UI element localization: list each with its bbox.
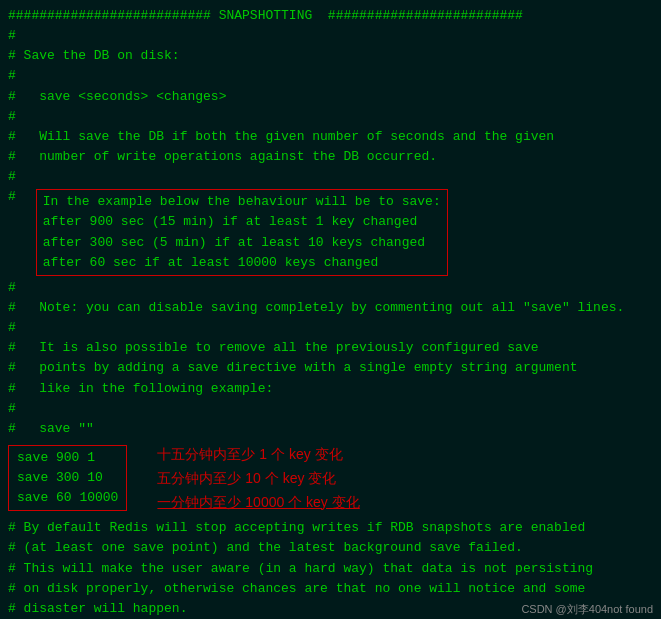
- highlight-block: In the example below the behaviour will …: [36, 189, 448, 276]
- watermark: CSDN @刘李404not found: [521, 602, 653, 617]
- highlight-line-2: after 900 sec (15 min) if at least 1 key…: [43, 212, 441, 232]
- line-save-db: # Save the DB on disk:: [8, 46, 653, 66]
- line-hash-1: #: [8, 26, 653, 46]
- footer-line-2: # (at least one save point) and the late…: [8, 538, 653, 558]
- save-commands-section: save 900 1 save 300 10 save 60 10000 十五分…: [8, 443, 653, 514]
- line-points: # points by adding a save directive with…: [8, 358, 653, 378]
- main-content: ########################## SNAPSHOTTING …: [0, 0, 661, 619]
- comment-section-2: # # Note: you can disable saving complet…: [8, 278, 653, 439]
- comment-section: # # Save the DB on disk: # # save <secon…: [8, 26, 653, 187]
- line-hash-2: #: [8, 66, 653, 86]
- chinese-note-2: 五分钟内至少 10 个 key 变化: [157, 467, 359, 491]
- line-hash-6: #: [8, 318, 653, 338]
- highlight-block-wrapper: # In the example below the behaviour wil…: [8, 187, 653, 278]
- footer-line-3: # This will make the user aware (in a ha…: [8, 559, 653, 579]
- highlight-line-1: In the example below the behaviour will …: [43, 192, 441, 212]
- highlight-line-3: after 300 sec (5 min) if at least 10 key…: [43, 233, 441, 253]
- banner-line: ########################## SNAPSHOTTING …: [8, 6, 653, 26]
- chinese-note-1: 十五分钟内至少 1 个 key 变化: [157, 443, 359, 467]
- highlight-line-4: after 60 sec if at least 10000 keys chan…: [43, 253, 441, 273]
- line-save-syntax: # save <seconds> <changes>: [8, 87, 653, 107]
- save-cmd-3: save 60 10000: [17, 488, 118, 508]
- line-hash-7: #: [8, 399, 653, 419]
- line-note: # Note: you can disable saving completel…: [8, 298, 653, 318]
- hash-prefix: #: [8, 187, 16, 207]
- chinese-annotations: 十五分钟内至少 1 个 key 变化 五分钟内至少 10 个 key 变化 一分…: [157, 443, 359, 514]
- chinese-note-3: 一分钟内至少 10000 个 key 变化: [157, 491, 359, 515]
- footer-line-4: # on disk properly, otherwise chances ar…: [8, 579, 653, 599]
- line-hash-3: #: [8, 107, 653, 127]
- line-also-possible: # It is also possible to remove all the …: [8, 338, 653, 358]
- save-cmd-1: save 900 1: [17, 448, 118, 468]
- save-left-panel: save 900 1 save 300 10 save 60 10000: [8, 443, 127, 513]
- line-hash-5: #: [8, 278, 653, 298]
- line-number-of: # number of write operations against the…: [8, 147, 653, 167]
- line-will-save: # Will save the DB if both the given num…: [8, 127, 653, 147]
- banner-text: ########################## SNAPSHOTTING …: [8, 6, 523, 26]
- line-like: # like in the following example:: [8, 379, 653, 399]
- save-box: save 900 1 save 300 10 save 60 10000: [8, 445, 127, 511]
- save-cmd-2: save 300 10: [17, 468, 118, 488]
- footer-line-1: # By default Redis will stop accepting w…: [8, 518, 653, 538]
- line-save-empty: # save "": [8, 419, 653, 439]
- line-hash-4: #: [8, 167, 653, 187]
